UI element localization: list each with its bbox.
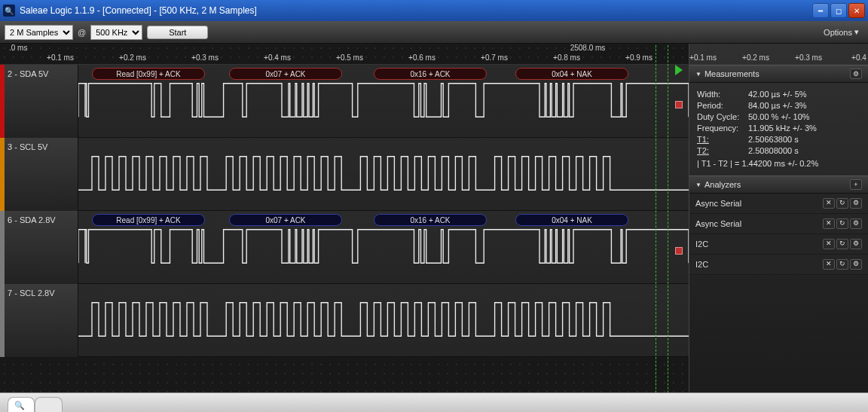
- empty-tab[interactable]: [35, 397, 63, 412]
- decode-bubble[interactable]: 0x07 + ACK: [229, 214, 342, 226]
- analyzer-row[interactable]: Async Serial ✕ ↻ ⚙: [689, 194, 868, 214]
- trigger-arrow-icon[interactable]: [675, 65, 683, 75]
- measurements-body: Width:42.00 µs +/- 5%Period:84.00 µs +/-…: [689, 83, 868, 175]
- analyzer-reload-icon[interactable]: ↻: [836, 218, 848, 229]
- trigger-marker[interactable]: [675, 101, 683, 108]
- measurements-gear-icon[interactable]: ⚙: [850, 69, 862, 79]
- bottom-tabbar: 🔍: [0, 392, 868, 412]
- close-button[interactable]: ✕: [848, 3, 865, 18]
- decode-bubble[interactable]: 0x16 + ACK: [374, 214, 487, 226]
- channel-label[interactable]: 7 - SCL 2.8V: [0, 284, 78, 357]
- cursor-line-t1[interactable]: [656, 44, 656, 392]
- measurement-row: T2:2.50808000 s: [697, 145, 860, 157]
- timeline-tick: +0.7 ms: [481, 53, 508, 62]
- timeline-tick: +0.3 ms: [795, 53, 822, 62]
- measurement-diff: | T1 - T2 | = 1.44200 ms +/- 0.2%: [697, 158, 860, 169]
- channel-row: 3 - SCL 5V: [0, 138, 689, 211]
- maximize-button[interactable]: ◻: [830, 3, 847, 18]
- samples-dropdown[interactable]: 2 M Samples: [5, 25, 73, 40]
- decode-bubble[interactable]: Read [0x99] + ACK: [92, 214, 205, 226]
- cursor-line-t2[interactable]: [668, 44, 668, 392]
- add-analyzer-button[interactable]: +: [850, 179, 862, 190]
- decode-bubble[interactable]: Read [0x99] + ACK: [92, 68, 205, 80]
- toolbar: 2 M Samples @ 500 KHz Start Options ▾: [0, 21, 868, 44]
- decode-bubble[interactable]: 0x04 + NAK: [515, 68, 628, 80]
- timeline-start: .0 ms: [9, 44, 27, 52]
- start-button[interactable]: Start: [147, 26, 208, 39]
- chevron-down-icon: ▾: [854, 27, 859, 37]
- channel-row: 6 - SDA 2.8VRead [0x99] + ACK0x07 + ACK0…: [0, 211, 689, 284]
- timeline-tick: +0.2 ms: [742, 53, 769, 62]
- measurement-row: Period:84.00 µs +/- 3%: [697, 100, 860, 111]
- decode-bubble[interactable]: 0x07 + ACK: [229, 68, 342, 80]
- timeline-cursor: 2508.0 ms: [570, 44, 606, 52]
- channel-track[interactable]: [78, 284, 689, 357]
- analyzer-gear-icon[interactable]: ⚙: [850, 239, 862, 249]
- analyzer-reload-icon[interactable]: ↻: [836, 198, 848, 209]
- timeline-tick: +0.8 ms: [553, 53, 580, 62]
- analyzer-reload-icon[interactable]: ↻: [836, 259, 848, 270]
- waveform-area[interactable]: .0 ms 2508.0 ms +0.1 ms+0.2 ms+0.3 ms+0.…: [0, 44, 689, 392]
- analyzer-reload-icon[interactable]: ↻: [836, 239, 848, 249]
- timeline-tick: +0.9 ms: [625, 53, 653, 62]
- channel-track[interactable]: Read [0x99] + ACK0x07 + ACK0x16 + ACK0x0…: [78, 65, 689, 138]
- right-timeline: +0.1 ms+0.2 ms+0.3 ms+0.4 r: [689, 44, 868, 65]
- analyzer-row[interactable]: I2C ✕ ↻ ⚙: [689, 234, 868, 255]
- timeline-tick: +0.4 r: [851, 53, 868, 62]
- timeline-tick: +0.2 ms: [119, 53, 146, 62]
- collapse-icon: ▼: [695, 71, 701, 78]
- channel-track[interactable]: Read [0x99] + ACK0x07 + ACK0x16 + ACK0x0…: [78, 211, 689, 284]
- decode-bubble[interactable]: 0x04 + NAK: [515, 214, 628, 226]
- timeline-tick: +0.6 ms: [408, 53, 436, 62]
- channel-label[interactable]: 3 - SCL 5V: [0, 138, 78, 211]
- analyzer-remove-icon[interactable]: ✕: [823, 259, 835, 270]
- analyzer-remove-icon[interactable]: ✕: [823, 239, 835, 249]
- measurements-header[interactable]: ▼ Measurements ⚙: [689, 65, 868, 83]
- analyzer-gear-icon[interactable]: ⚙: [850, 218, 862, 229]
- measurement-row: Frequency:11.905 kHz +/- 3%: [697, 123, 860, 134]
- timeline-tick: +0.1 ms: [47, 53, 74, 62]
- analyzers-header[interactable]: ▼ Analyzers +: [689, 175, 868, 194]
- search-tab[interactable]: 🔍: [8, 397, 35, 412]
- analyzer-remove-icon[interactable]: ✕: [823, 198, 835, 209]
- analyzer-remove-icon[interactable]: ✕: [823, 218, 835, 229]
- measurement-row: Duty Cycle:50.00 % +/- 10%: [697, 111, 860, 123]
- timeline-tick: +0.4 ms: [264, 53, 291, 62]
- analyzer-row[interactable]: Async Serial ✕ ↻ ⚙: [689, 214, 868, 234]
- timeline: .0 ms 2508.0 ms +0.1 ms+0.2 ms+0.3 ms+0.…: [0, 44, 689, 65]
- analyzer-gear-icon[interactable]: ⚙: [850, 198, 862, 209]
- timeline-tick: +0.5 ms: [336, 53, 363, 62]
- channel-label[interactable]: 6 - SDA 2.8V: [0, 211, 78, 284]
- measurement-row: T1:2.50663800 s: [697, 134, 860, 145]
- at-label: @: [78, 28, 86, 37]
- options-menu[interactable]: Options ▾: [824, 27, 863, 37]
- collapse-icon: ▼: [695, 182, 701, 188]
- channel-label[interactable]: 2 - SDA 5V: [0, 65, 78, 138]
- app-icon: 🔍: [3, 5, 15, 17]
- rate-dropdown[interactable]: 500 KHz: [90, 25, 142, 40]
- minimize-button[interactable]: ━: [812, 3, 829, 18]
- decode-bubble[interactable]: 0x16 + ACK: [374, 68, 487, 80]
- channel-track[interactable]: [78, 138, 689, 211]
- timeline-tick: +0.3 ms: [191, 53, 219, 62]
- analyzer-row[interactable]: I2C ✕ ↻ ⚙: [689, 255, 868, 275]
- measurement-row: Width:42.00 µs +/- 5%: [697, 89, 860, 100]
- channel-row: 7 - SCL 2.8V: [0, 284, 689, 357]
- analyzer-gear-icon[interactable]: ⚙: [850, 259, 862, 270]
- window-controls: ━ ◻ ✕: [812, 3, 865, 18]
- right-panel: +0.1 ms+0.2 ms+0.3 ms+0.4 r ▼ Measuremen…: [689, 44, 868, 392]
- channel-row: 2 - SDA 5VRead [0x99] + ACK0x07 + ACK0x1…: [0, 65, 689, 138]
- timeline-tick: +0.1 ms: [689, 53, 717, 62]
- window-title: Saleae Logic 1.1.9 - [Connected] - [500 …: [20, 5, 812, 16]
- trigger-marker[interactable]: [675, 247, 683, 255]
- window-titlebar: 🔍 Saleae Logic 1.1.9 - [Connected] - [50…: [0, 0, 868, 21]
- search-icon: 🔍: [14, 401, 25, 410]
